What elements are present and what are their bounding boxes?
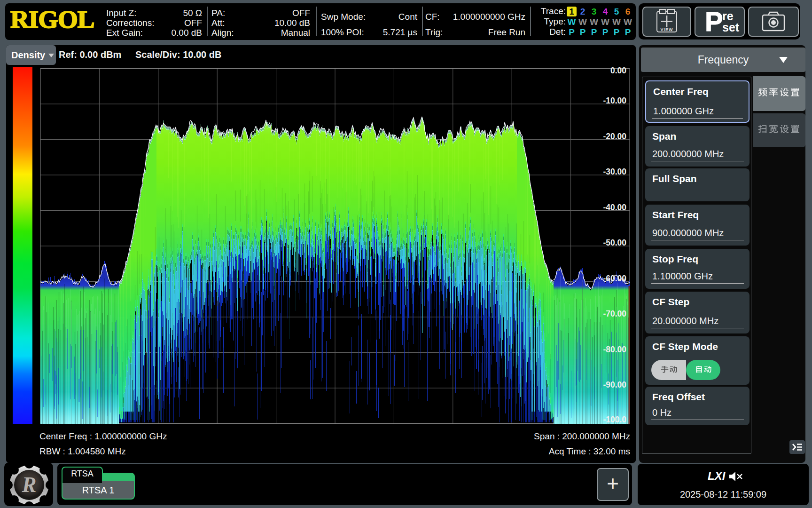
svg-text:-20.00: -20.00 [603, 132, 626, 141]
svg-text:-80.00: -80.00 [603, 345, 626, 354]
svg-text:-70.00: -70.00 [603, 309, 626, 318]
svg-text:-60.00: -60.00 [603, 274, 626, 283]
svg-text:R: R [22, 473, 37, 497]
svg-text:-30.00: -30.00 [603, 167, 626, 176]
svg-text:-100.0: -100.0 [603, 415, 626, 424]
svg-text:0.00: 0.00 [610, 66, 626, 75]
svg-text:-10.00: -10.00 [603, 96, 626, 105]
svg-text:-90.00: -90.00 [603, 380, 626, 389]
svg-text:-40.00: -40.00 [603, 203, 626, 212]
svg-text:-50.00: -50.00 [603, 238, 626, 247]
